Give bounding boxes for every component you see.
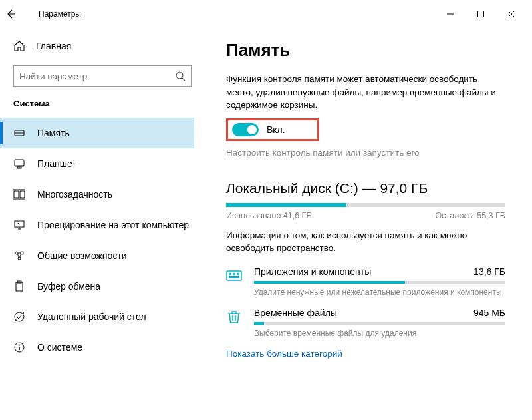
sidebar-item-about[interactable]: О системе xyxy=(0,332,194,363)
disk-info: Информация о том, как используется памят… xyxy=(226,230,505,255)
sidebar-home[interactable]: Главная xyxy=(0,35,194,57)
storage-sense-toggle-label: Вкл. xyxy=(267,124,285,135)
svg-rect-11 xyxy=(14,191,19,198)
sidebar-item-label: О системе xyxy=(37,342,82,353)
disk-bar xyxy=(226,203,505,207)
svg-rect-9 xyxy=(17,167,21,168)
sidebar-item-label: Буфер обмена xyxy=(37,281,100,292)
storage-row-bar xyxy=(254,322,505,325)
storage-row-value: 13,6 ГБ xyxy=(473,266,505,277)
search-input-wrap[interactable] xyxy=(13,65,192,87)
maximize-button[interactable] xyxy=(466,3,496,25)
disk-title: Локальный диск (C:) — 97,0 ГБ xyxy=(226,180,512,196)
page-title: Память xyxy=(226,40,512,61)
storage-row-hint: Выберите временные файлы для удаления xyxy=(254,329,505,338)
highlight-box: Вкл. xyxy=(226,118,319,141)
sidebar-item-multitask[interactable]: Многозадачность xyxy=(0,179,194,210)
sidebar-home-label: Главная xyxy=(36,41,71,51)
sidebar: Главная Система ПамятьПланшетМногозадачн… xyxy=(0,28,206,420)
close-button[interactable] xyxy=(496,3,527,25)
storage-icon xyxy=(13,127,25,139)
sidebar-item-tablet[interactable]: Планшет xyxy=(0,148,194,179)
storage-row-value: 945 МБ xyxy=(473,308,505,318)
svg-rect-30 xyxy=(237,273,239,275)
svg-line-5 xyxy=(182,78,185,81)
apps-icon xyxy=(226,268,242,284)
window-title: Параметры xyxy=(39,9,81,19)
trash-icon xyxy=(226,309,242,325)
project-icon xyxy=(13,219,25,231)
svg-point-22 xyxy=(23,312,24,314)
storage-row-label: Временные файлы xyxy=(254,308,337,318)
svg-point-23 xyxy=(15,320,16,321)
content: Память Функция контроля памяти может авт… xyxy=(206,28,532,420)
home-icon xyxy=(13,40,25,52)
sidebar-item-label: Удаленный рабочий стол xyxy=(37,312,146,322)
about-icon xyxy=(13,341,25,353)
sidebar-item-storage[interactable]: Память xyxy=(0,118,194,148)
svg-point-4 xyxy=(176,72,183,79)
sidebar-item-clipboard[interactable]: Буфер обмена xyxy=(0,271,194,302)
disk-free-label: Осталось: 55,3 ГБ xyxy=(436,211,505,220)
sidebar-item-label: Общие возможности xyxy=(37,250,127,261)
multitask-icon xyxy=(13,188,25,200)
sidebar-item-label: Планшет xyxy=(37,158,76,169)
svg-point-17 xyxy=(21,252,23,254)
sidebar-item-project[interactable]: Проецирование на этот компьютер xyxy=(0,210,194,240)
clipboard-icon xyxy=(13,280,25,292)
sidebar-item-label: Проецирование на этот компьютер xyxy=(37,220,189,230)
sidebar-section-label: Система xyxy=(13,99,194,108)
svg-point-21 xyxy=(15,312,24,321)
svg-rect-19 xyxy=(16,282,23,291)
svg-rect-27 xyxy=(227,271,241,280)
svg-point-16 xyxy=(15,252,18,254)
minimize-button[interactable] xyxy=(435,3,466,25)
storage-row-bar xyxy=(254,281,505,284)
svg-rect-1 xyxy=(478,11,484,17)
storage-row-label: Приложения и компоненты xyxy=(254,266,371,277)
remote-icon xyxy=(13,311,25,323)
sidebar-item-label: Память xyxy=(37,128,70,138)
svg-point-18 xyxy=(18,257,21,260)
shared-icon xyxy=(13,250,25,262)
disk-used-label: Использовано 41,6 ГБ xyxy=(226,211,312,220)
configure-storage-sense-link[interactable]: Настроить контроль памяти или запустить … xyxy=(226,148,512,158)
storage-sense-desc: Функция контроля памяти может автоматиче… xyxy=(226,73,505,112)
svg-rect-28 xyxy=(229,273,231,275)
search-icon xyxy=(175,71,186,81)
svg-rect-12 xyxy=(20,191,25,198)
back-button[interactable] xyxy=(5,9,25,19)
svg-rect-31 xyxy=(229,276,239,278)
svg-rect-29 xyxy=(233,273,235,275)
sidebar-item-label: Многозадачность xyxy=(37,189,112,200)
show-more-link[interactable]: Показать больше категорий xyxy=(226,349,512,359)
storage-row-hint: Удалите ненужные или нежелательные прило… xyxy=(254,288,505,297)
storage-sense-toggle[interactable] xyxy=(232,123,259,136)
sidebar-item-shared[interactable]: Общие возможности xyxy=(0,240,194,271)
sidebar-item-remote[interactable]: Удаленный рабочий стол xyxy=(0,302,194,332)
tablet-icon xyxy=(13,158,25,170)
storage-row-trash[interactable]: Временные файлы945 МБВыберите временные … xyxy=(226,308,505,338)
storage-row-apps[interactable]: Приложения и компоненты13,6 ГБУдалите не… xyxy=(226,266,505,297)
search-input[interactable] xyxy=(19,71,175,81)
svg-point-26 xyxy=(19,345,20,346)
